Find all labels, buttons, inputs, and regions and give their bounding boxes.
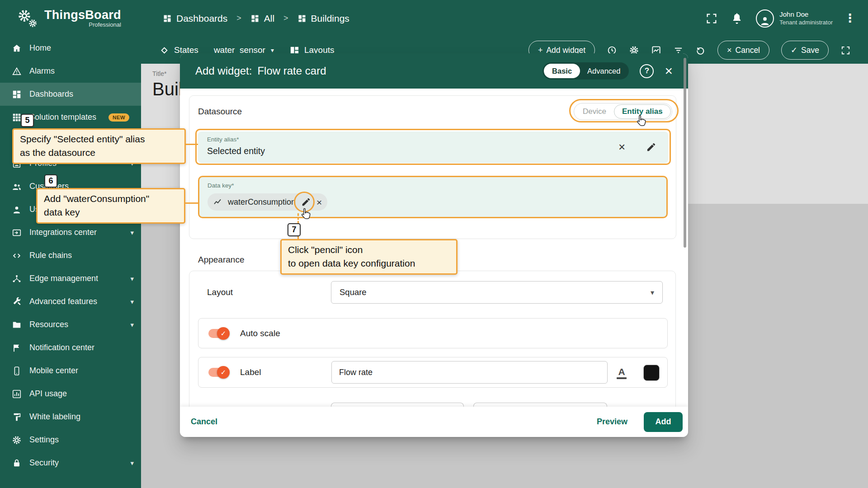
sidebar-item-label: Solution templates bbox=[29, 113, 96, 122]
sidebar-item-users[interactable]: Users bbox=[0, 198, 141, 221]
cancel-edit-button[interactable]: × Cancel bbox=[717, 41, 769, 60]
sidebar-item-customers[interactable]: Customers bbox=[0, 175, 141, 198]
user-role: Tenant administrator bbox=[779, 19, 833, 26]
appearance-heading: Appearance bbox=[198, 255, 244, 265]
sidebar-item-alarms[interactable]: Alarms bbox=[0, 60, 141, 83]
data-key-field[interactable]: Data key* waterConsumption × bbox=[198, 176, 668, 218]
chevron-down-icon: ▾ bbox=[130, 136, 134, 145]
resources-icon bbox=[12, 320, 22, 330]
data-key-edit-button[interactable] bbox=[301, 197, 311, 207]
label-text-input[interactable] bbox=[331, 361, 608, 384]
sidebar-item-label: Edge management bbox=[29, 274, 98, 283]
check-icon: ✓ bbox=[791, 45, 797, 55]
dashboards-icon bbox=[297, 14, 307, 23]
thingsboard-logo-icon bbox=[17, 8, 39, 29]
sidebar-item-white-labeling[interactable]: White labeling bbox=[0, 405, 141, 428]
sidebar-nav: HomeAlarmsDashboardsSolution templatesNE… bbox=[0, 37, 141, 474]
more-menu-button[interactable]: ⋮ bbox=[845, 12, 854, 25]
sidebar-item-label: API usage bbox=[29, 389, 67, 399]
chevron-down-icon: ▾ bbox=[130, 229, 134, 237]
data-key-chip[interactable]: waterConsumption × bbox=[208, 193, 327, 211]
sidebar-item-mobile-center[interactable]: Mobile center bbox=[0, 359, 141, 382]
tab-advanced[interactable]: Advanced bbox=[580, 67, 627, 75]
sidebar-item-resources[interactable]: Resources▾ bbox=[0, 313, 141, 336]
edit-alias-button[interactable] bbox=[646, 142, 656, 152]
breadcrumb-label: All bbox=[264, 13, 274, 24]
datasource-type-entity-alias[interactable]: Entity alias bbox=[614, 104, 671, 119]
sidebar-item-home[interactable]: Home bbox=[0, 37, 141, 60]
sidebar-item-notification-center[interactable]: Notification center bbox=[0, 336, 141, 359]
breadcrumb-item-dashboards[interactable]: Dashboards bbox=[163, 13, 227, 24]
states-icon bbox=[159, 45, 170, 56]
data-key-remove-button[interactable]: × bbox=[316, 197, 322, 207]
auto-scale-toggle[interactable]: ✓ bbox=[208, 329, 227, 338]
sidebar-item-api-usage[interactable]: API usage bbox=[0, 382, 141, 405]
layout-label: Layout bbox=[207, 287, 233, 297]
app-logo[interactable]: ThingsBoard Professional bbox=[0, 8, 141, 29]
toolbar-fullscreen-button[interactable] bbox=[840, 45, 851, 56]
layout-select-value: Square bbox=[340, 287, 367, 297]
dialog-cancel-button[interactable]: Cancel bbox=[191, 417, 217, 427]
profiles-icon bbox=[12, 159, 22, 169]
avatar bbox=[756, 9, 774, 28]
sidebar-item-dashboards[interactable]: Dashboards bbox=[0, 83, 141, 106]
entity-alias-value: Selected entity bbox=[207, 146, 265, 156]
pencil-icon bbox=[301, 197, 311, 207]
sidebar-item-integrations-center[interactable]: Integrations center▾ bbox=[0, 221, 141, 244]
clipped-input bbox=[473, 403, 607, 407]
breadcrumb-item-all[interactable]: All bbox=[250, 13, 274, 24]
dialog-scrollbar[interactable] bbox=[684, 58, 686, 248]
help-button[interactable]: ? bbox=[640, 64, 654, 78]
mobile-icon bbox=[12, 366, 22, 376]
sidebar-item-entities[interactable]: Entities▾ bbox=[0, 129, 141, 152]
label-color-swatch[interactable] bbox=[643, 365, 660, 381]
sidebar-item-label: Integrations center bbox=[29, 228, 97, 237]
brand-name: ThingsBoard bbox=[44, 9, 121, 21]
notifications-button[interactable] bbox=[731, 12, 743, 25]
add-button[interactable]: Add bbox=[644, 412, 683, 432]
user-menu[interactable]: John Doe Tenant administrator bbox=[756, 9, 833, 28]
sidebar-item-profiles[interactable]: Profiles▾ bbox=[0, 152, 141, 175]
label-font-button[interactable]: A bbox=[613, 365, 630, 381]
tab-basic[interactable]: Basic bbox=[544, 64, 580, 78]
settings-icon bbox=[12, 435, 22, 445]
sidebar-item-label: Alarms bbox=[29, 66, 55, 76]
sidebar-item-label: Advanced features bbox=[29, 297, 97, 306]
sidebar-item-advanced-features[interactable]: Advanced features▾ bbox=[0, 290, 141, 313]
dashboards-icon bbox=[250, 14, 259, 23]
chevron-down-icon: ▾ bbox=[271, 47, 274, 54]
breadcrumb-separator: > bbox=[283, 14, 288, 23]
entity-alias-field-label: Entity alias* bbox=[207, 136, 239, 143]
dialog-footer: Cancel Preview Add bbox=[180, 407, 688, 437]
sidebar-item-label: Security bbox=[29, 458, 59, 468]
dialog-close-button[interactable]: × bbox=[665, 64, 673, 78]
version-history-button[interactable] bbox=[695, 45, 706, 56]
preview-button[interactable]: Preview bbox=[597, 417, 627, 427]
sidebar-item-settings[interactable]: Settings bbox=[0, 428, 141, 451]
label-label: Label bbox=[240, 367, 261, 377]
sidebar-item-rule-chains[interactable]: Rule chains bbox=[0, 244, 141, 267]
label-toggle[interactable]: ✓ bbox=[208, 368, 227, 377]
breadcrumb-item-buildings[interactable]: Buildings bbox=[297, 13, 349, 24]
sidebar-item-solution-templates[interactable]: Solution templatesNEW bbox=[0, 106, 141, 129]
layout-select[interactable]: Square ▾ bbox=[331, 281, 663, 304]
sidebar-item-edge-management[interactable]: Edge management▾ bbox=[0, 267, 141, 290]
clipped-input bbox=[331, 403, 464, 407]
dialog-body: Datasource Device Entity alias Entity al… bbox=[180, 89, 688, 407]
auto-scale-label: Auto scale bbox=[240, 328, 280, 338]
fullscreen-button[interactable] bbox=[705, 12, 718, 25]
app-header: ThingsBoard Professional Dashboards > Al… bbox=[0, 0, 868, 37]
customers-icon bbox=[12, 182, 22, 192]
save-dashboard-label: Save bbox=[801, 46, 819, 55]
datasource-type-device[interactable]: Device bbox=[575, 107, 614, 116]
timeseries-icon bbox=[213, 197, 222, 207]
sidebar-item-security[interactable]: Security▾ bbox=[0, 451, 141, 474]
dashboards-icon bbox=[163, 14, 172, 23]
cancel-edit-label: Cancel bbox=[736, 46, 760, 55]
toggle-knob: ✓ bbox=[217, 327, 230, 340]
entity-alias-field[interactable]: Entity alias* Selected entity × bbox=[198, 131, 668, 163]
label-row: ✓ Label A bbox=[198, 357, 668, 388]
clear-alias-button[interactable]: × bbox=[617, 142, 627, 152]
save-dashboard-button[interactable]: ✓ Save bbox=[781, 41, 829, 60]
dashboards-icon bbox=[12, 89, 22, 99]
